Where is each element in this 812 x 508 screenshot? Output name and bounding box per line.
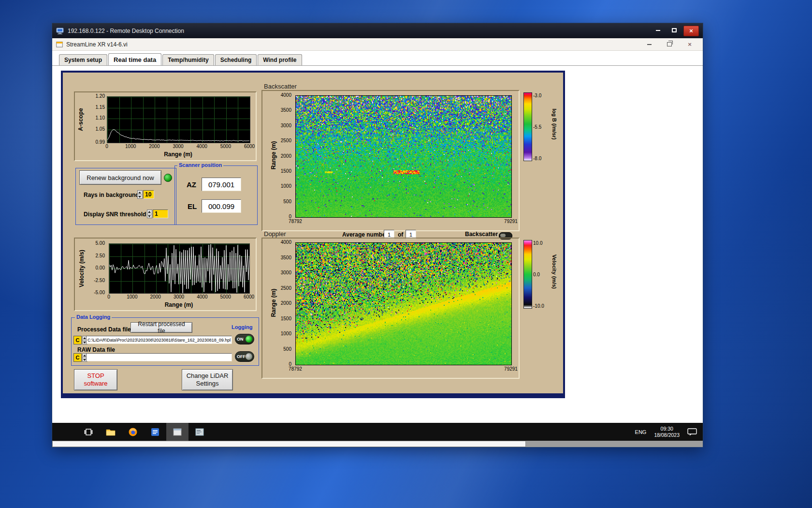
colorbar-tick-label: -8.0 [533,156,541,161]
change-line2: Settings [196,380,219,388]
y-tick-label: 1.10 [96,116,105,120]
streamline-app-button[interactable] [166,423,188,441]
increment-icon[interactable] [147,210,152,214]
backscatter-x-end-label: 79291 [498,219,523,224]
rdp-window-title: 192.168.0.122 - Remote Desktop Connectio… [68,28,184,34]
processed-file-path-field[interactable]: C:\LiDAR\Data\Proc\2023\202308\20230818\… [86,336,232,344]
rays-in-background-label: Rays in background [84,192,139,198]
task-view-icon [84,429,93,435]
horizontal-scrollbar[interactable] [52,441,703,447]
renew-background-button[interactable]: Renew background now [79,170,161,185]
backscatter-toggle-label: Backscatter [465,231,498,238]
minimize-icon [656,30,660,31]
decrement-icon[interactable] [138,195,142,199]
doppler-x-end-label: 79291 [498,366,523,372]
az-value-field[interactable]: 079.001 [202,178,241,191]
app-minimize-button[interactable] [643,40,655,49]
backscatter-colorbar-label: log B (/m/sr) [551,83,557,165]
scan-app-button[interactable] [188,423,211,441]
scanner-position-group: Scanner position AZ 079.001 EL 000.099 [174,165,258,225]
y-tick-label: 2000 [281,301,291,306]
stop-line1: STOP [87,372,104,380]
file-explorer-button[interactable] [100,423,122,441]
y-tick-label: 3000 [281,270,291,275]
el-value-field[interactable]: 000.099 [202,199,241,213]
rdp-maximize-button[interactable] [667,26,682,35]
tab-real-time-data[interactable]: Real time data [108,53,161,66]
app-titlebar[interactable]: StreamLine XR v14-6.vi × [52,38,703,51]
notes-app-icon [151,428,160,436]
x-tick-label: 5000 [217,144,234,149]
logging-label: Logging [230,324,254,330]
x-tick-label: 2000 [145,144,163,149]
restart-processed-file-button[interactable]: Restart processed file [130,322,192,333]
raw-file-path-field[interactable] [86,353,232,361]
snr-threshold-stepper[interactable] [147,209,152,218]
real-time-data-panel: A-scope 1.201.151.101.050.99 01000200030… [61,71,565,398]
folder-icon [106,428,116,436]
rays-in-background-field[interactable]: 10 [143,190,154,199]
firefox-button[interactable] [122,423,144,441]
app-window-controls: × [643,40,696,49]
close-icon: × [688,41,692,47]
x-tick-label: 1000 [122,144,139,149]
rdp-titlebar[interactable]: 192.168.0.122 - Remote Desktop Connectio… [52,23,703,38]
rdp-minimize-button[interactable] [651,26,665,35]
y-tick-label: 3500 [281,255,291,260]
clock[interactable]: 09:30 18/08/2023 [654,426,680,438]
notes-app-button[interactable] [144,423,166,441]
firefox-icon [129,428,137,436]
scrollbar-thumb[interactable] [52,441,526,447]
stop-software-button[interactable]: STOP software [74,369,117,390]
change-lidar-settings-button[interactable]: Change LiDAR Settings [182,369,233,390]
decrement-icon[interactable] [147,214,152,218]
x-tick-label: 4000 [193,144,211,149]
app-title: StreamLine XR v14-6.vi [66,41,128,48]
increment-icon[interactable] [138,191,142,195]
x-tick-label: 5000 [217,295,234,299]
data-logging-legend: Data Logging [75,314,112,320]
tab-divider [52,65,703,66]
backscatter-title: Backscatter [264,83,297,90]
y-tick-label: 1500 [281,316,291,321]
rdp-window-controls: × [651,26,699,36]
remote-taskbar: ENG 09:30 18/08/2023 [52,423,703,441]
desktop: { "rdp": { "title": "192.168.0.122 - Rem… [0,0,812,508]
colorbar-tick-label: -5.5 [533,125,541,130]
snr-threshold-field[interactable]: 1 [153,209,168,218]
notification-button[interactable] [687,428,697,436]
processed-drive-selector[interactable]: C [73,336,87,344]
scan-app-icon [195,428,204,436]
tab-temp-humidity[interactable]: Temp/humidity [162,54,214,65]
app-restore-button[interactable] [663,40,676,49]
colorbar-tick-label: 10.0 [533,241,542,246]
drive-letter[interactable]: C [73,336,82,344]
processed-logging-toggle[interactable]: ON [235,334,254,344]
velocity-y-ticks: 5.002.500.00-2.50-5.00 [87,243,106,293]
change-line1: Change LiDAR [187,372,229,380]
x-tick-label: 3000 [170,144,187,149]
clock-time: 09:30 [661,426,673,432]
labview-vi-icon [56,42,63,47]
tab-scheduling[interactable]: Scheduling [215,54,257,65]
raw-drive-selector[interactable]: C [73,353,87,362]
on-led-icon [246,336,252,343]
y-tick-label: 500 [283,347,291,352]
y-tick-label: 1.15 [96,105,105,110]
drive-letter[interactable]: C [73,353,82,362]
minimize-icon [647,44,652,45]
language-indicator[interactable]: ENG [635,429,647,435]
clock-date: 18/08/2023 [654,432,680,438]
raw-logging-toggle[interactable]: OFF [235,351,254,362]
task-view-button[interactable] [77,423,100,441]
rays-in-background-stepper[interactable] [137,190,143,199]
tab-wind-profile[interactable]: Wind profile [258,54,302,65]
on-label: ON [237,337,244,342]
y-tick-label: 500 [283,199,291,204]
rdp-close-button[interactable]: × [683,26,699,36]
app-close-button[interactable]: × [683,40,696,49]
velocity-y-axis-label: Velocity (m/s) [78,242,85,295]
y-tick-label: -2.50 [94,278,105,283]
tab-system-setup[interactable]: System setup [59,54,107,65]
doppler-title: Doppler [264,230,286,238]
